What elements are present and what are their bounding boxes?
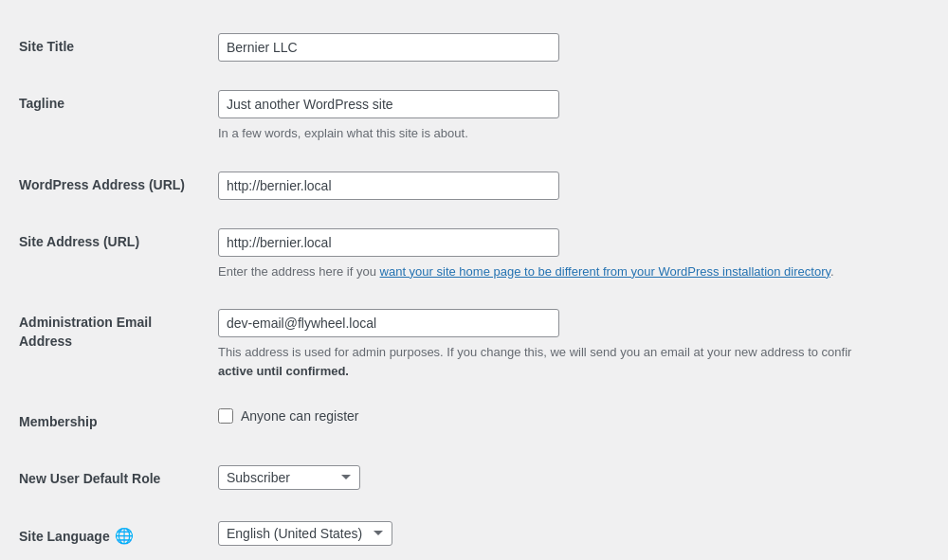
admin-email-description: This address is used for admin purposes.… [218, 343, 882, 380]
membership-row: Membership Anyone can register [19, 394, 929, 451]
admin-email-input[interactable] [218, 309, 559, 337]
tagline-label: Tagline [19, 76, 209, 157]
site-address-label: Site Address (URL) [19, 214, 209, 296]
membership-checkbox-label[interactable]: Anyone can register [241, 408, 359, 424]
wordpress-address-input[interactable] [218, 172, 559, 200]
site-title-input[interactable] [218, 33, 559, 62]
form-table: Site Title Tagline In a few words, expla… [19, 19, 929, 560]
site-language-select[interactable]: English (United States)English (UK) [218, 521, 392, 546]
site-language-row: Site Language 🌐 English (United States)E… [19, 507, 929, 560]
site-address-row: Site Address (URL) Enter the address her… [19, 214, 929, 296]
site-address-description: Enter the address here if you want your … [218, 262, 882, 281]
wordpress-address-row: WordPress Address (URL) [19, 157, 929, 214]
wordpress-address-label: WordPress Address (URL) [19, 157, 209, 214]
tagline-cell: In a few words, explain what this site i… [209, 76, 929, 157]
site-title-label: Site Title [19, 19, 209, 76]
default-role-cell: SubscriberContributorAuthorEditorAdminis… [209, 451, 929, 508]
default-role-row: New User Default Role SubscriberContribu… [19, 451, 929, 508]
tagline-row: Tagline In a few words, explain what thi… [19, 76, 929, 157]
site-language-label: Site Language 🌐 [19, 507, 209, 560]
wordpress-address-cell [209, 157, 929, 214]
site-address-input[interactable] [218, 228, 559, 257]
membership-cell: Anyone can register [209, 394, 929, 451]
membership-checkbox[interactable] [218, 408, 233, 424]
site-language-cell: English (United States)English (UK) [209, 507, 929, 560]
default-role-select[interactable]: SubscriberContributorAuthorEditorAdminis… [218, 465, 360, 490]
membership-checkbox-row: Anyone can register [218, 408, 920, 424]
admin-email-cell: This address is used for admin purposes.… [209, 295, 929, 394]
site-title-cell [209, 19, 929, 76]
membership-label: Membership [19, 394, 209, 451]
translate-icon: 🌐 [115, 526, 134, 547]
tagline-input[interactable] [218, 90, 559, 118]
site-address-link[interactable]: want your site home page to be different… [380, 264, 830, 279]
site-address-cell: Enter the address here if you want your … [209, 214, 929, 296]
admin-email-label: Administration Email Address [19, 295, 209, 394]
tagline-description: In a few words, explain what this site i… [218, 124, 882, 143]
settings-page: Site Title Tagline In a few words, expla… [0, 0, 948, 560]
admin-email-row: Administration Email Address This addres… [19, 295, 929, 394]
default-role-label: New User Default Role [19, 451, 209, 508]
site-title-row: Site Title [19, 19, 929, 76]
